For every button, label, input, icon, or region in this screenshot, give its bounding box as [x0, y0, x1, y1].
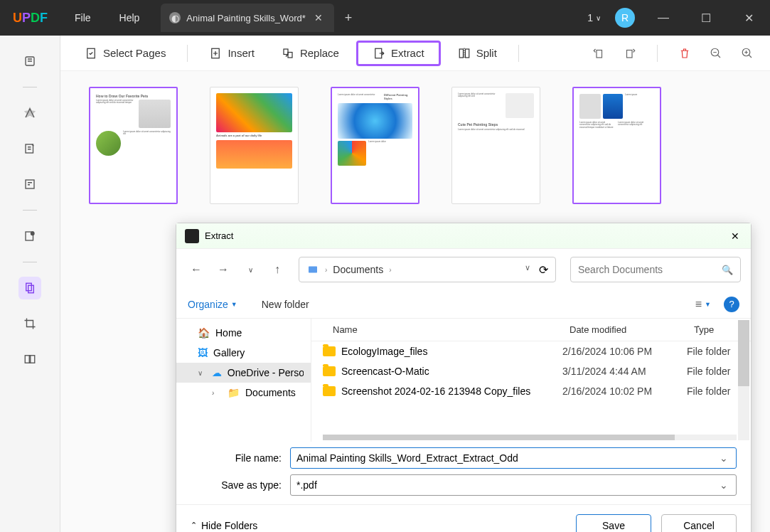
svg-rect-6	[28, 285, 34, 293]
savetype-dropdown-icon[interactable]: ⌄	[717, 479, 730, 491]
svg-rect-14	[459, 49, 463, 58]
dialog-title: Extract	[205, 230, 728, 241]
svg-rect-12	[288, 52, 292, 58]
zoom-in-icon[interactable]	[739, 45, 756, 62]
folder-icon	[323, 346, 336, 356]
select-pages-button[interactable]: Select Pages	[75, 43, 176, 64]
main-content: Select Pages Insert Replace Extract Spli…	[60, 36, 770, 532]
left-sidebar	[0, 36, 60, 532]
svg-rect-11	[284, 49, 288, 55]
column-date[interactable]: Date modified	[562, 319, 687, 341]
sidebar-form-icon[interactable]	[18, 173, 41, 196]
svg-rect-5	[26, 283, 32, 291]
breadcrumb-item[interactable]: Documents	[333, 264, 383, 275]
filename-dropdown-icon[interactable]: ⌄	[718, 452, 730, 464]
svg-point-4	[31, 232, 35, 235]
search-input[interactable]	[578, 264, 722, 275]
close-button[interactable]: ✕	[734, 4, 763, 32]
help-icon[interactable]: ?	[724, 297, 739, 312]
svg-rect-1	[26, 144, 33, 153]
file-row[interactable]: Screenshot 2024-02-16 213948 Copy_files2…	[311, 381, 751, 401]
sidebar-crop-icon[interactable]	[18, 312, 41, 335]
menu-help[interactable]: Help	[119, 12, 140, 23]
extract-button[interactable]: Extract	[356, 41, 441, 66]
zoom-out-icon[interactable]	[707, 45, 724, 62]
rotate-right-icon[interactable]	[621, 45, 638, 62]
address-bar[interactable]: › Documents › ∨ ⟳	[299, 257, 556, 282]
document-tab[interactable]: ◐ Animal Painting Skills_Word* ✕	[161, 4, 333, 32]
vertical-scrollbar[interactable]	[738, 320, 749, 440]
cancel-button[interactable]: Cancel	[661, 514, 737, 533]
nav-recent-icon[interactable]: ∨	[240, 260, 260, 280]
tab-title: Animal Painting Skills_Word*	[186, 13, 305, 23]
tab-doc-icon: ◐	[169, 12, 181, 23]
dialog-icon	[185, 229, 199, 243]
svg-rect-20	[309, 267, 317, 273]
folder-icon	[323, 366, 336, 376]
organize-dropdown[interactable]: Organize▼	[188, 299, 237, 310]
file-list: Name ⌃ Date modified Type EcologyImage_f…	[311, 319, 751, 442]
page-thumbnails: How to Draw Our Favorite Pets Lorem ipsu…	[60, 71, 770, 220]
folder-icon	[323, 386, 336, 396]
sidebar-organize-icon[interactable]	[18, 277, 41, 299]
new-folder-button[interactable]: New folder	[262, 299, 309, 310]
page-toolbar: Select Pages Insert Replace Extract Spli…	[60, 36, 770, 71]
svg-rect-15	[465, 49, 469, 58]
svg-rect-17	[627, 50, 633, 58]
window-count-dropdown[interactable]: 1∨	[587, 12, 601, 23]
save-type-dropdown[interactable]: *.pdf ⌄	[290, 474, 737, 496]
new-tab-button[interactable]: +	[345, 11, 353, 26]
tree-home[interactable]: 🏠Home	[176, 323, 311, 343]
page-thumbnail[interactable]: Animals are a part of our daily life	[210, 87, 299, 204]
search-box[interactable]: 🔍	[570, 257, 741, 282]
sidebar-highlight-icon[interactable]	[18, 102, 41, 124]
maximize-button[interactable]: ☐	[692, 4, 720, 32]
hide-folders-toggle[interactable]: ⌃Hide Folders	[191, 520, 257, 531]
app-logo: UPDF	[0, 11, 60, 26]
view-mode-dropdown[interactable]: ≡ ▼	[695, 298, 711, 311]
page-thumbnail[interactable]: Lorem ipsum dolor sit amet consectetur a…	[451, 87, 540, 204]
nav-forward-icon[interactable]: →	[213, 260, 233, 280]
addr-dropdown-icon[interactable]: ∨	[525, 263, 530, 277]
file-name-label: File name:	[191, 452, 290, 464]
save-type-label: Save as type:	[191, 479, 290, 491]
svg-rect-16	[597, 50, 602, 58]
sidebar-edit-icon[interactable]	[18, 137, 41, 160]
insert-button[interactable]: Insert	[199, 43, 264, 64]
sidebar-reader-icon[interactable]	[18, 50, 41, 73]
user-avatar[interactable]: R	[615, 8, 635, 28]
file-name-input[interactable]: ⌄	[290, 447, 737, 469]
rotate-left-icon[interactable]	[590, 45, 607, 62]
replace-button[interactable]: Replace	[272, 43, 349, 64]
file-row[interactable]: Screencast-O-Matic3/11/2024 4:44 AMFile …	[311, 361, 751, 381]
tab-close-icon[interactable]: ✕	[311, 12, 326, 23]
delete-icon[interactable]	[676, 45, 693, 62]
file-row[interactable]: EcologyImage_files2/16/2024 10:06 PMFile…	[311, 341, 751, 361]
folder-tree: 🏠Home 🖼Gallery ∨☁OneDrive - Personal ›📁D…	[176, 319, 311, 442]
titlebar: UPDF File Help ◐ Animal Painting Skills_…	[0, 0, 770, 36]
page-thumbnail[interactable]: Lorem ipsum dolor sit amet consecteturDi…	[331, 87, 419, 204]
nav-up-icon[interactable]: ↑	[267, 260, 287, 280]
page-thumbnail[interactable]: Lorem ipsum Lorem ipsum dolor sit amet c…	[572, 87, 661, 204]
page-thumbnail[interactable]: How to Draw Our Favorite Pets Lorem ipsu…	[89, 87, 178, 204]
tree-gallery[interactable]: 🖼Gallery	[176, 343, 311, 363]
minimize-button[interactable]: —	[649, 4, 678, 32]
search-icon[interactable]: 🔍	[722, 265, 733, 275]
dialog-close-icon[interactable]: ✕	[728, 228, 742, 245]
refresh-icon[interactable]: ⟳	[539, 263, 548, 277]
sidebar-compare-icon[interactable]	[18, 348, 41, 371]
menu-file[interactable]: File	[75, 12, 91, 23]
extract-dialog: Extract ✕ ← → ∨ ↑ › Documents › ∨ ⟳	[176, 223, 752, 532]
save-button[interactable]: Save	[576, 514, 651, 533]
split-button[interactable]: Split	[448, 43, 507, 64]
svg-rect-2	[26, 180, 34, 188]
tree-onedrive[interactable]: ∨☁OneDrive - Personal	[176, 363, 311, 383]
nav-back-icon[interactable]: ←	[186, 260, 206, 280]
horizontal-scrollbar[interactable]	[323, 435, 737, 440]
tree-documents[interactable]: ›📁Documents	[176, 383, 311, 403]
folder-icon	[306, 263, 319, 276]
sidebar-protect-icon[interactable]	[18, 225, 41, 248]
column-name[interactable]: Name ⌃	[311, 319, 562, 341]
